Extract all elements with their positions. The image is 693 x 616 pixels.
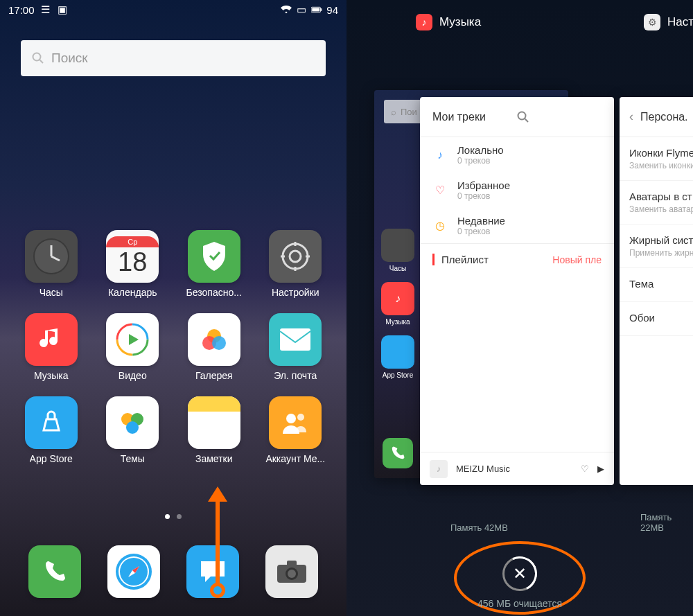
music-item-local[interactable]: ♪Локально0 треков xyxy=(420,137,614,173)
music-nowplaying[interactable]: ♪ MEIZU Music ♡ ▶ xyxy=(420,452,614,485)
picture-icon: ▣ xyxy=(57,4,68,15)
page-dots xyxy=(0,514,346,519)
svg-point-26 xyxy=(286,414,296,423)
music-item-fav[interactable]: ♡Избранное0 треков xyxy=(420,173,614,208)
recents-cards: ⌕Пои Часы ♪Музыка App Store Мои треки ♪Л… xyxy=(346,90,693,499)
dock xyxy=(0,545,346,598)
recents-screen: ♪ Музыка ⚙ Настро ⌕Пои Часы ♪Музыка App … xyxy=(346,0,693,616)
settings-row-bold[interactable]: Жирный систПрименить жирн xyxy=(620,225,693,268)
settings-row-wallpaper[interactable]: Обои xyxy=(620,302,693,336)
music-icon xyxy=(25,313,78,366)
clock-icon: ◷ xyxy=(432,218,448,234)
search-icon xyxy=(32,52,44,64)
svg-point-3 xyxy=(33,53,41,61)
app-appstore[interactable]: App Store xyxy=(12,396,90,464)
recents-tab-music[interactable]: ♪ Музыка xyxy=(416,14,481,30)
svg-rect-1 xyxy=(313,8,320,12)
dock-phone[interactable] xyxy=(28,545,81,598)
svg-rect-2 xyxy=(321,8,322,11)
music-icon: ♪ xyxy=(416,14,432,30)
svg-point-35 xyxy=(518,112,526,119)
themes-icon xyxy=(106,396,159,449)
account-icon xyxy=(269,396,322,449)
shield-icon xyxy=(188,230,240,283)
app-security[interactable]: Безопасно... xyxy=(175,230,253,298)
svg-point-27 xyxy=(297,414,304,421)
svg-line-36 xyxy=(525,118,528,122)
svg-line-4 xyxy=(40,60,43,63)
search-bar[interactable]: Поиск xyxy=(21,40,326,76)
clear-all-button[interactable]: ✕ xyxy=(502,556,537,591)
clock-icon xyxy=(25,230,78,283)
svg-point-25 xyxy=(126,421,139,434)
play-icon[interactable]: ▶ xyxy=(597,464,604,474)
sim-icon: ▭ xyxy=(296,4,307,15)
video-icon xyxy=(106,313,159,366)
app-mail[interactable]: Эл. почта xyxy=(257,313,335,381)
calendar-icon: Ср18 xyxy=(106,230,159,283)
notes-icon xyxy=(188,396,240,449)
search-placeholder: Поиск xyxy=(51,51,88,66)
svg-point-34 xyxy=(288,570,296,578)
memory-music: Память 42MB xyxy=(450,522,508,533)
heart-icon[interactable]: ♡ xyxy=(581,464,589,474)
music-item-recent[interactable]: ◷Недавние0 треков xyxy=(420,208,614,243)
wifi-icon xyxy=(281,4,292,15)
app-gallery[interactable]: Галерея xyxy=(175,313,253,381)
app-grid: Часы Ср18Календарь Безопасно... Настройк… xyxy=(0,230,346,464)
battery-percent: 94 xyxy=(326,4,338,16)
recents-tab-settings[interactable]: ⚙ Настро xyxy=(644,14,693,30)
mail-icon xyxy=(269,313,322,366)
app-video[interactable]: Видео xyxy=(94,313,172,381)
status-time: 17:00 xyxy=(8,4,35,16)
svg-point-21 xyxy=(212,336,226,350)
app-themes[interactable]: Темы xyxy=(94,396,172,464)
mini-phone-icon xyxy=(383,438,413,468)
svg-rect-22 xyxy=(280,328,310,351)
recents-card-settings[interactable]: ‹ Персона. Иконки FlymeЗаменить иконки с… xyxy=(620,97,693,485)
settings-header: ‹ Персона. xyxy=(620,97,693,137)
list-icon: ☰ xyxy=(40,4,51,15)
appstore-icon xyxy=(25,396,78,449)
music-icon: ♪ xyxy=(432,148,448,163)
app-settings[interactable]: Настройки xyxy=(257,230,335,298)
gear-icon xyxy=(269,230,322,283)
svg-point-9 xyxy=(283,244,308,269)
app-account[interactable]: Аккаунт Me... xyxy=(257,396,335,464)
music-header: Мои треки xyxy=(420,97,614,137)
home-screen: 17:00 ☰ ▣ ▭ 94 Поиск Часы Ср18Календарь … xyxy=(0,0,346,616)
settings-row-avatars[interactable]: Аватары в стЗаменить аватар стиле Flyme xyxy=(620,181,693,225)
recents-card-music[interactable]: Мои треки ♪Локально0 треков ♡Избранное0 … xyxy=(420,97,614,485)
app-clock[interactable]: Часы xyxy=(12,230,90,298)
gear-icon: ⚙ xyxy=(644,14,660,30)
tutorial-arrow xyxy=(208,486,227,598)
search-icon[interactable] xyxy=(517,111,602,123)
gallery-icon xyxy=(188,313,240,366)
status-bar: 17:00 ☰ ▣ ▭ 94 xyxy=(0,0,346,19)
heart-icon: ♡ xyxy=(432,183,448,198)
app-music[interactable]: Музыка xyxy=(12,313,90,381)
clearing-text: 456 МБ очищается xyxy=(477,598,562,609)
settings-row-icons[interactable]: Иконки FlymeЗаменить иконки стиле Flyme xyxy=(620,137,693,181)
music-icon: ♪ xyxy=(430,460,448,478)
battery-icon xyxy=(311,4,322,15)
svg-rect-32 xyxy=(287,561,297,566)
dock-camera[interactable] xyxy=(265,545,318,598)
dock-browser[interactable] xyxy=(107,545,160,598)
svg-point-10 xyxy=(290,251,301,262)
recents-header: ♪ Музыка ⚙ Настро xyxy=(346,0,693,40)
back-icon[interactable]: ‹ xyxy=(629,109,633,124)
settings-row-theme[interactable]: Тема xyxy=(620,268,693,302)
app-calendar[interactable]: Ср18Календарь xyxy=(94,230,172,298)
music-playlist-row[interactable]: ПлейлистНовый пле xyxy=(420,243,614,275)
app-notes[interactable]: Заметки xyxy=(175,396,253,464)
memory-settings: Память 22MB xyxy=(640,512,693,533)
